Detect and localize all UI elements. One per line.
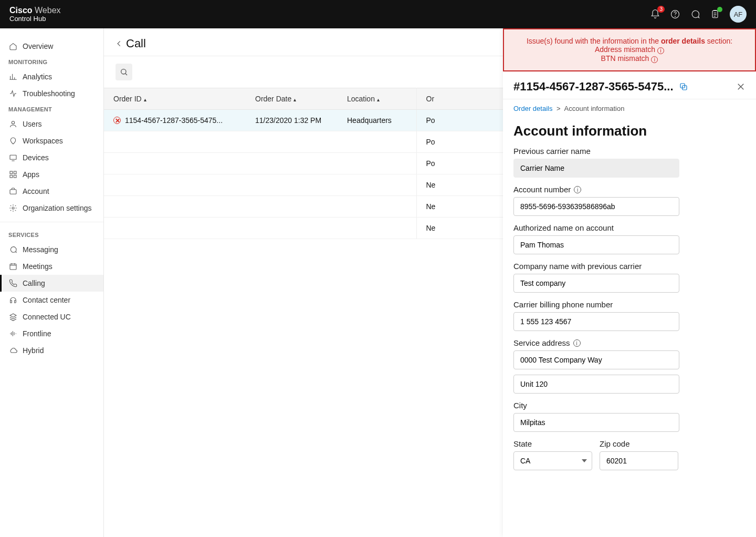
sidebar-item-label: Analytics (23, 73, 52, 81)
sidebar-item-label: Connected UC (23, 313, 71, 321)
sidebar-item-frontline[interactable]: Frontline (0, 325, 103, 342)
home-icon (9, 42, 17, 50)
error-icon (113, 117, 121, 124)
info-icon[interactable]: i (657, 47, 664, 54)
sidebar-item-label: Apps (23, 170, 39, 179)
search-icon (120, 68, 128, 76)
sidebar-item-label: Messaging (23, 245, 58, 254)
chat-icon[interactable] (690, 9, 700, 19)
brand-name-bold: Cisco (9, 6, 33, 15)
sidebar: Overview MONITORING Analytics Troublesho… (0, 28, 104, 537)
briefcase-icon (9, 187, 17, 195)
svg-point-10 (12, 207, 14, 209)
alert-line2: Address mismatchi (513, 45, 746, 54)
label-state: State (513, 439, 592, 448)
alert-banner: Issue(s) found with the information in t… (503, 28, 756, 71)
billing-phone-field[interactable] (513, 312, 679, 331)
prev-carrier-field (513, 159, 679, 178)
sidebar-item-users[interactable]: Users (0, 116, 103, 132)
back-title[interactable]: Call (116, 37, 146, 50)
sidebar-item-hybrid[interactable]: Hybrid (0, 342, 103, 359)
col-location[interactable]: Location▴ (338, 88, 416, 110)
svc-addr2-field[interactable] (513, 375, 679, 394)
sidebar-item-label: Account (23, 187, 49, 195)
sidebar-item-contact-center[interactable]: Contact center (0, 292, 103, 308)
state-select[interactable]: CA (513, 451, 592, 470)
notification-badge: 3 (657, 6, 665, 13)
clipboard-icon[interactable] (710, 9, 720, 19)
sheet-header: #1154-4567-1287-3565-5475... (503, 71, 756, 99)
sidebar-item-messaging[interactable]: Messaging (0, 241, 103, 258)
topbar: Cisco Webex Control Hub 3 AF (0, 0, 756, 28)
city-field[interactable] (513, 413, 679, 432)
message-icon (9, 245, 17, 254)
topbar-icons: 3 AF (650, 6, 747, 23)
sidebar-item-connected-uc[interactable]: Connected UC (0, 308, 103, 325)
grid-icon (9, 170, 17, 179)
sidebar-item-label: Meetings (23, 262, 52, 271)
search-button[interactable] (116, 64, 132, 80)
svg-rect-8 (14, 175, 16, 178)
sidebar-item-label: Organization settings (23, 204, 92, 212)
col-order-id[interactable]: Order ID▴ (104, 88, 246, 110)
svg-point-1 (675, 16, 676, 17)
company-field[interactable] (513, 274, 679, 293)
avatar[interactable]: AF (730, 6, 747, 23)
bell-icon[interactable]: 3 (650, 9, 660, 19)
sidebar-section-monitoring: MONITORING (0, 55, 103, 68)
zip-field[interactable] (600, 451, 678, 470)
svg-point-12 (121, 69, 126, 74)
sidebar-item-org-settings[interactable]: Organization settings (0, 200, 103, 216)
label-zip: Zip code (600, 439, 678, 448)
device-icon (9, 153, 17, 162)
svg-point-3 (12, 121, 14, 124)
close-icon[interactable] (736, 82, 746, 91)
page-title: Call (126, 37, 146, 50)
phone-icon (9, 279, 17, 287)
copy-icon[interactable] (679, 82, 688, 91)
chevron-left-icon (116, 39, 123, 48)
info-icon[interactable]: i (574, 186, 581, 193)
info-icon[interactable]: i (573, 339, 581, 347)
sidebar-item-overview[interactable]: Overview (0, 38, 103, 55)
svg-rect-5 (10, 171, 13, 174)
info-icon[interactable]: i (651, 56, 658, 63)
crumb-order-details[interactable]: Order details (513, 105, 552, 112)
sidebar-item-meetings[interactable]: Meetings (0, 258, 103, 275)
sidebar-item-troubleshooting[interactable]: Troubleshooting (0, 85, 103, 102)
user-icon (9, 120, 17, 128)
brand-sub: Control Hub (9, 15, 61, 23)
cell-order-date: 11/23/2020 1:32 PM (246, 110, 338, 131)
sidebar-item-apps[interactable]: Apps (0, 166, 103, 183)
help-icon[interactable] (670, 9, 680, 19)
sort-asc-icon: ▴ (377, 97, 380, 102)
wave-icon (9, 329, 17, 338)
status-dot-icon (717, 7, 722, 12)
stack-icon (9, 313, 17, 321)
nav-divider (0, 222, 103, 222)
svg-rect-11 (10, 264, 16, 270)
headset-icon (9, 296, 17, 304)
col-order-date[interactable]: Order Date▴ (246, 88, 338, 110)
sidebar-item-devices[interactable]: Devices (0, 149, 103, 166)
label-acct-num: Account numberi (513, 185, 746, 194)
auth-name-field[interactable] (513, 235, 679, 254)
sidebar-item-account[interactable]: Account (0, 183, 103, 200)
sidebar-item-label: Contact center (23, 296, 70, 304)
svc-addr1-field[interactable] (513, 350, 679, 369)
breadcrumb: Order details > Account information (503, 99, 756, 115)
form-heading: Account information (513, 123, 746, 139)
sidebar-item-label: Users (23, 120, 42, 128)
sidebar-item-calling[interactable]: Calling (0, 275, 103, 292)
sidebar-item-label: Overview (23, 42, 53, 50)
svg-rect-4 (10, 155, 16, 159)
sidebar-item-analytics[interactable]: Analytics (0, 68, 103, 85)
acct-num-field[interactable] (513, 197, 679, 216)
location-icon (9, 137, 17, 145)
sidebar-item-workspaces[interactable]: Workspaces (0, 132, 103, 149)
brand-name-light: Webex (35, 6, 61, 15)
sidebar-item-label: Troubleshooting (23, 89, 75, 98)
sidebar-section-management: MANAGEMENT (0, 102, 103, 116)
form: Account information Previous carrier nam… (503, 115, 756, 486)
sidebar-item-label: Hybrid (23, 346, 44, 355)
